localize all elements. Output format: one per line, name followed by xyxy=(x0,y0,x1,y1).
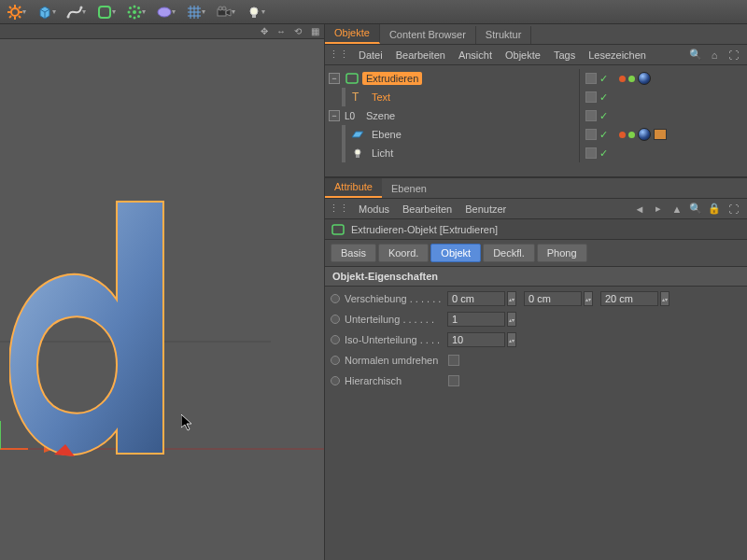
nav-up-icon[interactable]: ▲ xyxy=(670,203,684,216)
dropdown-arrow-icon[interactable]: ▾ xyxy=(22,7,32,17)
subtab-coord[interactable]: Koord. xyxy=(378,244,429,262)
search-icon[interactable]: 🔍 xyxy=(689,49,702,62)
lock-icon[interactable]: 🔒 xyxy=(708,203,721,216)
dropdown-arrow-icon[interactable]: ▾ xyxy=(142,7,151,17)
section-title: Objekt-Eigenschaften xyxy=(325,267,747,287)
tree-label-extrude[interactable]: Extrudieren xyxy=(362,72,422,85)
tree-row-text[interactable]: T Text ✓ xyxy=(325,88,747,106)
visibility-check-icon[interactable]: ✓ xyxy=(599,129,608,141)
compositing-tag-icon[interactable] xyxy=(654,129,667,140)
anim-dot-icon[interactable] xyxy=(331,315,340,324)
visibility-check-icon[interactable]: ✓ xyxy=(599,91,608,104)
subtab-caps[interactable]: Deckfl. xyxy=(483,244,535,262)
svg-point-21 xyxy=(137,7,140,9)
menu-objects[interactable]: Objekte xyxy=(505,49,541,61)
visibility-check-icon[interactable]: ✓ xyxy=(599,110,608,122)
tree-label-plane[interactable]: Ebene xyxy=(368,128,405,141)
menu-edit[interactable]: Bearbeiten xyxy=(396,49,445,61)
dropdown-arrow-icon[interactable]: ▾ xyxy=(52,7,62,17)
svg-point-22 xyxy=(129,15,132,18)
svg-line-5 xyxy=(9,7,11,8)
menu-bookmarks[interactable]: Lesezeichen xyxy=(588,49,646,61)
svg-point-20 xyxy=(137,15,140,18)
menu-user[interactable]: Benutzer xyxy=(465,203,506,215)
spinner-icon[interactable]: ▴▾ xyxy=(507,332,516,347)
prop-label-subdivision: Unterteilung . . . . . . xyxy=(345,314,447,325)
layer-flag-icon[interactable] xyxy=(585,110,597,121)
tab-content-browser[interactable]: Content Browser xyxy=(380,26,476,44)
spinner-icon[interactable]: ▴▾ xyxy=(584,291,593,306)
layer-flag-icon[interactable] xyxy=(585,129,597,140)
subtab-basis[interactable]: Basis xyxy=(331,244,376,262)
tab-objects[interactable]: Objekte xyxy=(325,24,380,44)
tree-label-text[interactable]: Text xyxy=(368,91,394,104)
dropdown-arrow-icon[interactable]: ▾ xyxy=(172,7,181,17)
svg-point-47 xyxy=(355,149,360,155)
svg-point-16 xyxy=(134,16,136,19)
svg-point-11 xyxy=(67,15,70,18)
layer-flag-icon[interactable] xyxy=(585,91,597,103)
expand-icon[interactable]: ⛶ xyxy=(726,203,740,216)
viewport[interactable]: ✥ ↔ ⟲ ▦ xyxy=(0,24,325,560)
grip-icon[interactable]: ⋮⋮ xyxy=(332,49,345,62)
svg-text:L0: L0 xyxy=(345,111,356,121)
material-tag-icon[interactable] xyxy=(638,72,651,85)
tree-row-scene[interactable]: − L0 Szene ✓ xyxy=(325,106,747,125)
menu-mode[interactable]: Modus xyxy=(359,203,389,215)
layer-flag-icon[interactable] xyxy=(585,73,597,84)
spinner-icon[interactable]: ▴▾ xyxy=(660,291,669,306)
tree-label-scene[interactable]: Szene xyxy=(362,109,399,122)
material-tag-icon[interactable] xyxy=(638,128,651,141)
menu-file[interactable]: Datei xyxy=(359,49,383,61)
tree-row-extrude[interactable]: − Extrudieren ✓ xyxy=(325,69,747,88)
tree-collapse-icon[interactable]: − xyxy=(329,110,340,121)
dropdown-arrow-icon[interactable]: ▾ xyxy=(82,7,92,17)
visibility-check-icon[interactable]: ✓ xyxy=(599,73,608,85)
home-icon[interactable]: ⌂ xyxy=(708,49,721,62)
object-tree: − Extrudieren ✓ T Te xyxy=(325,65,747,177)
svg-point-34 xyxy=(250,7,258,15)
movement-z-field[interactable]: 20 cm xyxy=(600,291,658,306)
dropdown-arrow-icon[interactable]: ▾ xyxy=(112,7,121,17)
expand-icon[interactable]: ⛶ xyxy=(726,49,740,62)
subtab-object[interactable]: Objekt xyxy=(430,244,481,262)
flip-normals-checkbox[interactable] xyxy=(448,355,459,366)
tab-structure[interactable]: Struktur xyxy=(476,26,532,44)
editor-visibility-dot-icon[interactable] xyxy=(619,76,626,82)
movement-y-field[interactable]: 0 cm xyxy=(524,291,582,306)
menu-view[interactable]: Ansicht xyxy=(458,49,492,61)
tree-label-light[interactable]: Licht xyxy=(368,147,397,160)
anim-dot-icon[interactable] xyxy=(331,335,340,344)
visibility-check-icon[interactable]: ✓ xyxy=(599,147,608,160)
subdivision-field[interactable]: 1 xyxy=(447,312,505,327)
viewport-object-letter-d[interactable] xyxy=(9,178,168,458)
grip-icon[interactable]: ⋮⋮ xyxy=(332,203,345,216)
attribute-manager-menubar: ⋮⋮ Modus Bearbeiten Benutzer ◄ ▸ ▲ 🔍 🔒 ⛶ xyxy=(325,199,747,219)
tree-row-plane[interactable]: Ebene ✓ xyxy=(325,125,747,144)
editor-visibility-dot-icon[interactable] xyxy=(619,132,626,138)
spinner-icon[interactable]: ▴▾ xyxy=(507,312,516,327)
dropdown-arrow-icon[interactable]: ▾ xyxy=(202,7,211,17)
anim-dot-icon[interactable] xyxy=(331,356,340,365)
menu-tags[interactable]: Tags xyxy=(554,49,575,61)
anim-dot-icon[interactable] xyxy=(331,294,340,303)
hierarchical-checkbox[interactable] xyxy=(448,375,459,386)
nav-fwd-icon[interactable]: ▸ xyxy=(652,203,665,216)
dropdown-arrow-icon[interactable]: ▾ xyxy=(261,7,271,17)
iso-field[interactable]: 10 xyxy=(447,332,505,347)
menu-edit[interactable]: Bearbeiten xyxy=(402,203,452,215)
render-visibility-dot-icon[interactable] xyxy=(628,132,635,138)
tab-layers[interactable]: Ebenen xyxy=(382,180,436,198)
tab-attributes[interactable]: Attribute xyxy=(325,178,382,198)
nav-back-icon[interactable]: ◄ xyxy=(633,203,646,216)
anim-dot-icon[interactable] xyxy=(331,376,340,385)
dropdown-arrow-icon[interactable]: ▾ xyxy=(232,7,241,17)
spinner-icon[interactable]: ▴▾ xyxy=(507,291,516,306)
render-visibility-dot-icon[interactable] xyxy=(628,76,635,82)
tree-row-light[interactable]: Licht ✓ xyxy=(325,144,747,162)
tree-collapse-icon[interactable]: − xyxy=(329,73,340,84)
subtab-phong[interactable]: Phong xyxy=(537,244,587,262)
layer-flag-icon[interactable] xyxy=(585,147,597,159)
movement-x-field[interactable]: 0 cm xyxy=(447,291,505,306)
search-icon[interactable]: 🔍 xyxy=(689,203,702,216)
